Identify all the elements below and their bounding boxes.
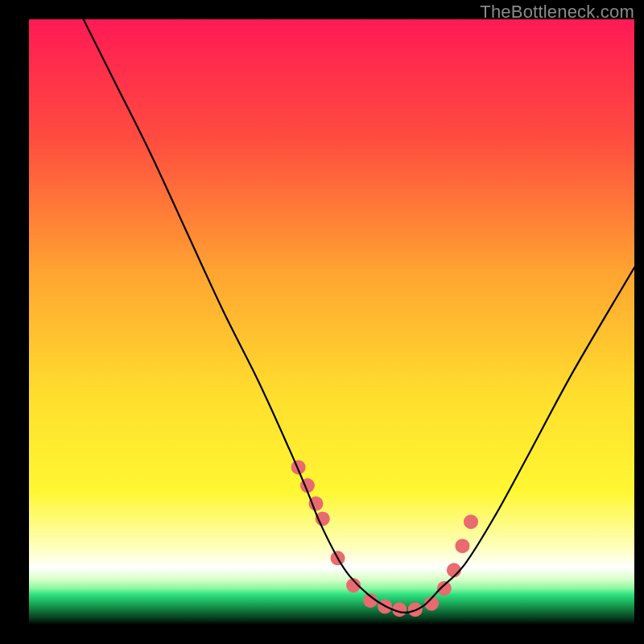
plot-area xyxy=(29,19,634,625)
marker-dot xyxy=(437,581,452,596)
marker-dot xyxy=(464,514,478,529)
highlight-markers xyxy=(291,460,478,617)
marker-dot xyxy=(291,460,306,474)
chart-layer xyxy=(29,19,634,625)
marker-dot xyxy=(455,539,469,553)
bottleneck-curve xyxy=(84,19,634,613)
watermark-text: TheBottleneck.com xyxy=(480,2,634,23)
